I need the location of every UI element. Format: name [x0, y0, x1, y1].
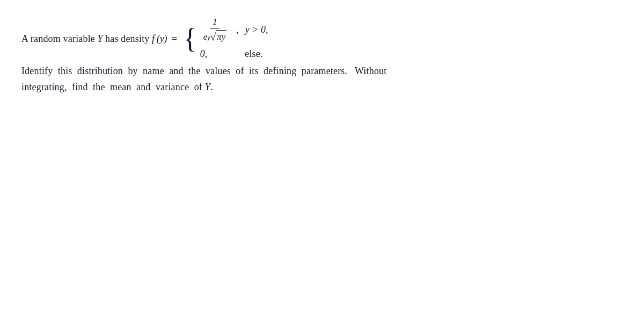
prefix-text: A random variable	[21, 31, 95, 47]
sqrt-radical-icon: √	[210, 30, 216, 45]
case2-condition: else.	[245, 46, 262, 62]
cases-block: 1 ey √πy , y > 0,	[200, 16, 288, 61]
line2-part3: integrating, find the mean and variance …	[21, 82, 205, 92]
function-notation: f (y)	[152, 31, 167, 47]
sqrt-container: √πy	[210, 30, 227, 44]
has-density-text: has density	[105, 31, 149, 47]
case-row-1: 1 ey √πy , y > 0,	[200, 16, 288, 44]
left-brace-icon: {	[184, 25, 197, 53]
main-content: A random variable Y has density f (y) = …	[21, 16, 386, 96]
piecewise-brace: { 1 ey √πy	[184, 16, 288, 61]
case-row-2: 0, else.	[200, 46, 288, 62]
problem-block: A random variable Y has density f (y) = …	[21, 16, 386, 96]
line2-period: .	[210, 82, 213, 92]
line2-part1: Identify this distribution by name and t…	[21, 66, 386, 76]
denominator-wrapper: ey √πy	[203, 30, 226, 44]
line2-var: Y	[205, 82, 210, 92]
sqrt-content: πy	[216, 30, 226, 44]
variable-Y: Y	[98, 31, 103, 47]
case2-value: 0,	[200, 46, 208, 62]
problem-line-one: A random variable Y has density f (y) = …	[21, 16, 386, 61]
case1-condition: y > 0,	[245, 22, 288, 38]
case1-comma: ,	[236, 22, 239, 38]
fraction-denominator: ey √πy	[201, 29, 229, 44]
fraction-display: 1 ey √πy	[201, 16, 229, 44]
problem-line-two: Identify this distribution by name and t…	[21, 63, 386, 95]
fraction-numerator: 1	[210, 16, 219, 29]
equals-sign: =	[172, 31, 177, 47]
